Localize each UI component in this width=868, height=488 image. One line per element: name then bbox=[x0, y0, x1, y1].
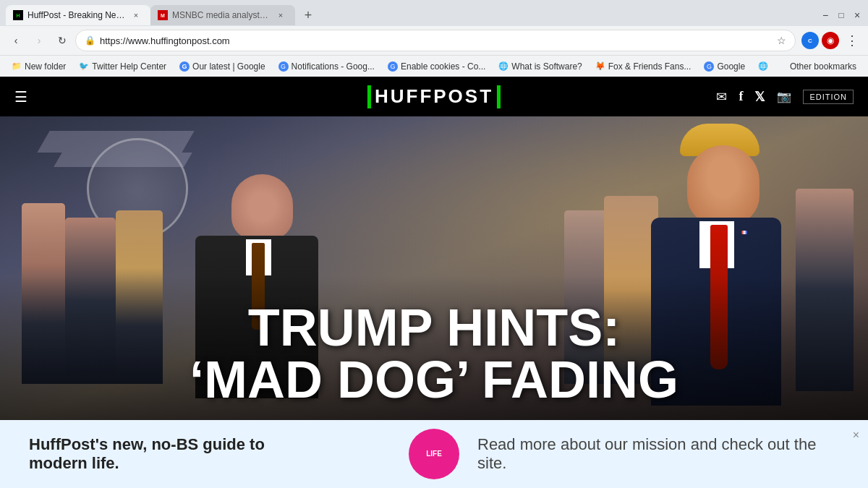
arch-shape-1 bbox=[37, 131, 194, 153]
bookmark-what-is-software[interactable]: 🌐 What is Software? bbox=[493, 59, 587, 74]
bookmark-label: New folder bbox=[25, 61, 66, 72]
arch-shape-2 bbox=[54, 153, 192, 167]
profile-icon[interactable]: ◉ bbox=[822, 32, 839, 49]
tabs-container: H HuffPost - Breaking News, U.S. a... × … bbox=[6, 5, 318, 25]
bookmark-label: Enable cookies - Co... bbox=[401, 61, 485, 72]
google-icon-4: G bbox=[704, 61, 714, 72]
bookmarks-bar: 📁 New folder 🐦 Twitter Help Center G Our… bbox=[0, 55, 868, 77]
forward-button[interactable]: › bbox=[29, 30, 49, 51]
mattis-head bbox=[231, 174, 293, 239]
other-bookmarks[interactable]: Other bookmarks bbox=[784, 59, 862, 74]
bookmark-star-icon[interactable]: ☆ bbox=[777, 35, 786, 46]
twitter-icon[interactable]: 𝕏 bbox=[754, 89, 765, 105]
minimize-button[interactable]: − bbox=[820, 10, 830, 20]
nav-right: ✉ f 𝕏 📷 EDITION bbox=[716, 89, 854, 105]
reload-button[interactable]: ↻ bbox=[52, 30, 72, 51]
site-content: ☰ HUFFPOST ✉ f 𝕏 📷 EDITION bbox=[0, 77, 868, 488]
svg-text:C: C bbox=[808, 38, 812, 44]
back-button[interactable]: ‹ bbox=[6, 30, 26, 51]
bookmark-notifications[interactable]: G Notifications - Goog... bbox=[273, 59, 380, 74]
banner-circle: LIFE bbox=[409, 429, 459, 479]
bookmark-fox-friends[interactable]: 🦊 Fox & Friends Fans... bbox=[590, 59, 697, 74]
bookmark-label: Our latest | Google bbox=[192, 61, 265, 72]
address-right-icons: ☆ bbox=[777, 35, 786, 46]
gear-icon: 🐦 bbox=[79, 61, 89, 71]
banner-close-button[interactable]: × bbox=[853, 429, 859, 442]
bookmark-label: Notifications - Goog... bbox=[292, 61, 375, 72]
bookmark-label: Twitter Help Center bbox=[92, 61, 166, 72]
banner-left-text: HuffPost's new, no-BS guide to modern li… bbox=[29, 435, 318, 473]
google-icon-3: G bbox=[388, 61, 398, 72]
title-bar: H HuffPost - Breaking News, U.S. a... × … bbox=[0, 0, 868, 26]
tab-close-huffpost[interactable]: × bbox=[130, 9, 142, 21]
bookmark-new-folder[interactable]: 📁 New folder bbox=[6, 59, 72, 74]
misc-icon: 🌐 bbox=[758, 61, 768, 71]
email-icon[interactable]: ✉ bbox=[716, 89, 727, 105]
tab-favicon-huffpost: H bbox=[13, 10, 23, 20]
tab-title-msnbc: MSNBC media analyst explains... bbox=[172, 10, 271, 20]
headline-line2: ‘MAD DOG’ FADING bbox=[0, 354, 868, 406]
new-tab-button[interactable]: + bbox=[298, 5, 318, 25]
huffpost-nav: ☰ HUFFPOST ✉ f 𝕏 📷 EDITION bbox=[0, 77, 868, 116]
bookmark-google[interactable]: G Google bbox=[698, 59, 751, 74]
tab-huffpost[interactable]: H HuffPost - Breaking News, U.S. a... × bbox=[6, 5, 150, 25]
google-icon-2: G bbox=[278, 61, 289, 72]
bookmark-enable-cookies[interactable]: G Enable cookies - Co... bbox=[382, 59, 491, 74]
facebook-icon[interactable]: f bbox=[739, 89, 743, 104]
trump-face bbox=[687, 145, 760, 225]
google-icon: G bbox=[179, 61, 190, 72]
extensions-icon[interactable]: C bbox=[801, 32, 819, 49]
address-bar[interactable]: 🔒 https://www.huffingtonpost.com ☆ bbox=[75, 30, 796, 51]
lock-icon: 🔒 bbox=[85, 35, 95, 46]
bookmark-label: What is Software? bbox=[511, 61, 582, 72]
banner-circle-text: LIFE bbox=[426, 450, 442, 458]
folder-icon: 📁 bbox=[12, 61, 22, 71]
logo-text: HUFFPOST bbox=[375, 85, 493, 108]
tab-favicon-msnbc: M bbox=[158, 10, 168, 20]
banner-ad: HuffPost's new, no-BS guide to modern li… bbox=[0, 420, 868, 488]
bookmark-label: Fox & Friends Fans... bbox=[608, 61, 692, 72]
address-text: https://www.huffingtonpost.com bbox=[100, 35, 773, 46]
bookmark-twitter-help[interactable]: 🐦 Twitter Help Center bbox=[73, 59, 172, 74]
bookmark-misc[interactable]: 🌐 bbox=[752, 59, 774, 73]
tab-title-huffpost: HuffPost - Breaking News, U.S. a... bbox=[27, 10, 126, 20]
more-tools-icon[interactable]: ⋮ bbox=[842, 30, 862, 51]
instagram-icon[interactable]: 📷 bbox=[777, 90, 791, 103]
tab-msnbc[interactable]: M MSNBC media analyst explains... × bbox=[150, 5, 295, 25]
tab-close-msnbc[interactable]: × bbox=[275, 9, 286, 21]
browser-window: H HuffPost - Breaking News, U.S. a... × … bbox=[0, 0, 868, 488]
hamburger-menu[interactable]: ☰ bbox=[14, 88, 27, 106]
hero-image: TRUMP HINTS: ‘MAD DOG’ FADING bbox=[0, 116, 868, 420]
flag-pin bbox=[741, 231, 747, 234]
globe-icon: 🌐 bbox=[498, 61, 509, 71]
toolbar-icons: C ◉ ⋮ bbox=[801, 30, 862, 51]
edition-button[interactable]: EDITION bbox=[803, 90, 854, 104]
maximize-button[interactable]: □ bbox=[836, 10, 846, 20]
banner-right-text: Read more about our mission and check ou… bbox=[477, 435, 839, 473]
headline-line1: TRUMP HINTS: bbox=[0, 301, 868, 354]
huffpost-logo: HUFFPOST bbox=[367, 85, 501, 108]
logo-bar-right bbox=[497, 85, 501, 108]
bookmark-our-latest[interactable]: G Our latest | Google bbox=[174, 59, 271, 74]
hero-headline: TRUMP HINTS: ‘MAD DOG’ FADING bbox=[0, 301, 868, 406]
close-button[interactable]: × bbox=[852, 10, 862, 20]
window-controls: − □ × bbox=[820, 10, 862, 20]
logo-bar-left bbox=[367, 85, 371, 108]
bookmark-label: Google bbox=[717, 61, 745, 72]
fox-icon: 🦊 bbox=[595, 61, 605, 71]
address-bar-row: ‹ › ↻ 🔒 https://www.huffingtonpost.com ☆… bbox=[0, 26, 868, 55]
